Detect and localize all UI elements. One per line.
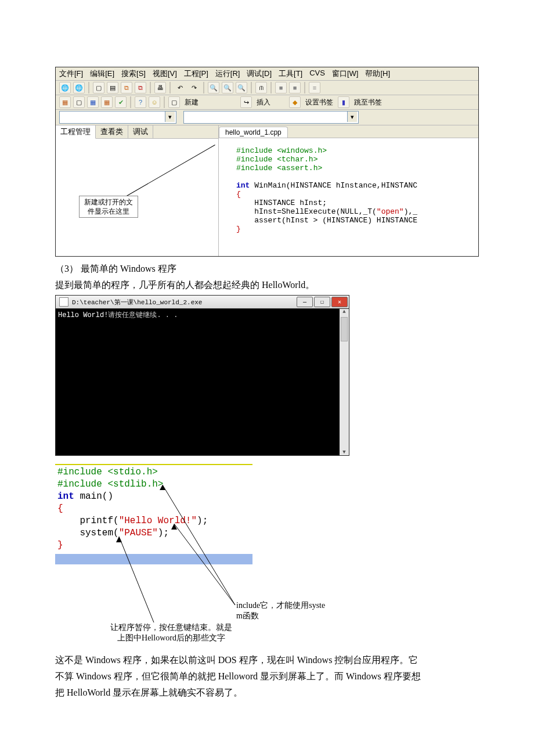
menu-edit[interactable]: 编辑[E] [90,69,114,79]
code2-selection-bar [55,554,252,564]
globe-icon[interactable]: 🌐 [59,82,71,93]
open-file-icon[interactable]: ▤ [107,82,118,93]
separator [169,82,171,93]
code2-body: #include <stdio.h> #include <stdlib.h> i… [55,465,252,553]
console-body: Hello World!请按任意键继续. . . [56,309,349,455]
console-app-icon [59,297,68,307]
grid-icon[interactable]: ▦ [59,96,71,108]
menu-project[interactable]: 工程[P] [184,69,208,79]
annotation-right-l2: m函数 [236,611,352,621]
document-page: 文件[F] 编辑[E] 搜索[S] 视图[V] 工程[P] 运行[R] 调试[D… [0,0,534,737]
menu-view[interactable]: 视图[V] [153,69,177,79]
maximize-button[interactable]: ☐ [314,297,330,307]
editor-tabs: hello_world_1.cpp [219,125,478,138]
combo-row [56,110,478,125]
window-icon[interactable]: ▢ [73,96,85,108]
code-snippet-2: #include <stdio.h> #include <stdlib.h> i… [55,464,252,564]
new-label: 新建 [182,98,201,107]
code-line: #include <windows.h> [236,146,327,155]
menu-tools[interactable]: 工具[T] [279,69,302,79]
ide-window: 文件[F] 编辑[E] 搜索[S] 视图[V] 工程[P] 运行[R] 调试[D… [55,67,479,257]
insert-icon[interactable]: ↪ [240,96,252,108]
code-line: { [236,190,241,199]
grid2-icon[interactable]: ▦ [101,96,113,108]
code-line: } [57,540,63,550]
side-tab-project[interactable]: 工程管理 [56,125,96,139]
side-tabs: 工程管理 查看类 调试 [56,125,218,139]
menu-cvs[interactable]: CVS [309,69,325,79]
code-line: HINSTANCE hInst; [236,199,327,207]
minimize-button[interactable]: — [297,297,313,307]
separator [88,82,89,93]
new-file-icon[interactable]: ▢ [93,82,104,93]
code-line: { [57,503,63,514]
code-line: assert(hInst > (HINSTANCE) HINSTANCE [236,216,417,225]
combo-left[interactable] [59,111,176,124]
console-window: D:\teacher\第一课\hello_world_2.exe — ☐ ✕ H… [55,295,349,456]
annotation-canvas: include它，才能使用syste m函数 让程序暂停，按任意键结束。就是 上… [55,564,403,640]
help-icon[interactable]: ? [135,96,146,108]
annotation-right-l1: include它，才能使用syste [236,600,352,611]
undo-icon[interactable]: ↶ [174,82,186,93]
paste-icon[interactable]: ⧉ [135,82,146,93]
code-line: printf("Hello World!"); [57,516,208,526]
stop-icon[interactable]: ■ [275,82,287,93]
editor-tab-hello1[interactable]: hello_world_1.cpp [219,127,288,138]
tile-icon[interactable]: ▦ [87,96,99,108]
set-bookmark-label: 设置书签 [303,98,335,107]
goto-bookmark-label: 跳至书签 [352,98,384,107]
copy-icon[interactable]: ⧉ [121,82,132,93]
combo-right[interactable] [183,111,359,124]
menu-run[interactable]: 运行[R] [215,69,240,79]
code-line: #include <tchar.h> [236,155,317,164]
console-scrollbar[interactable] [340,309,349,455]
separator [164,96,165,108]
zoom-out-icon[interactable]: 🔍 [222,82,233,93]
console-titlebar: D:\teacher\第一课\hello_world_2.exe — ☐ ✕ [56,296,349,309]
menu-search[interactable]: 搜索[S] [121,69,146,79]
paragraph-1: 提到最简单的程序，几乎所有的人都会想起经典的 HelloWorld。 [55,279,479,291]
code-line: int WinMain(HINSTANCE hInstance,HINSTANC [236,181,417,190]
redo-icon[interactable]: ↷ [188,82,200,93]
code-editor[interactable]: #include <windows.h> #include <tchar.h> … [219,138,478,256]
face-icon[interactable]: ☺ [149,96,160,108]
code-line: #include <assert.h> [236,164,322,172]
set-bookmark-icon[interactable]: ◆ [289,96,301,108]
code-line: system("PAUSE"); [57,528,169,538]
side-tab-classview[interactable]: 查看类 [96,125,128,138]
new-page-icon[interactable]: ▢ [168,96,180,108]
zoom-in-icon[interactable]: 🔍 [208,82,219,93]
separator [203,82,204,93]
annotation-right: include它，才能使用syste m函数 [236,600,352,621]
code-line: hInst=ShellExecute(NULL,_T("open"),_ [236,207,417,216]
side-tab-debug[interactable]: 调试 [128,125,153,138]
ide-right-pane: hello_world_1.cpp #include <windows.h> #… [219,125,478,256]
menu-file[interactable]: 文件[F] [59,69,83,79]
separator [304,82,305,93]
console-scroll-thumb[interactable] [341,317,348,341]
menu-window[interactable]: 窗口[W] [332,69,359,79]
code-line: int main() [57,491,113,502]
check-icon[interactable]: ✔ [115,96,127,108]
annotation-bottom-l1: 让程序暂停，按任意键结束。就是 [96,622,247,633]
close-button[interactable]: ✕ [331,297,348,307]
menu-debug[interactable]: 调试[D] [247,69,272,79]
stop2-icon[interactable]: ■ [289,82,301,93]
side-canvas: 新建或打开的文 件显示在这里 [56,139,218,256]
menu-help[interactable]: 帮助[H] [365,69,390,79]
globe2-icon[interactable]: 🌐 [73,82,85,93]
toolbar-row-2: ▦ ▢ ▦ ▦ ✔ ? ☺ ▢ 新建 ↪ 插入 ◆ 设置书签 ▮ 跳至书签 [56,95,478,110]
zoom-reset-icon[interactable]: 🔍 [236,82,247,93]
callout-text-2: 件显示在这里 [84,207,133,216]
paragraph-2b: 不算 Windows 程序，但它很简单的就把 Helloword 显示到屏幕上了… [55,670,479,683]
separator [270,82,272,93]
paragraph-2c: 把 HelloWorld 显示在屏幕上就确实不容易了。 [55,686,479,699]
code-line: } [236,225,241,233]
menu-bar: 文件[F] 编辑[E] 搜索[S] 视图[V] 工程[P] 运行[R] 调试[D… [56,67,478,81]
console-output-1: Hello World! [58,311,108,319]
print-icon[interactable]: 🖶 [154,82,166,93]
split-icon[interactable]: ⫙ [255,82,267,93]
goto-bookmark-icon[interactable]: ▮ [338,96,349,108]
collapse-icon[interactable]: ≡ [309,82,320,93]
annotation-bottom: 让程序暂停，按任意键结束。就是 上图中Helloword后的那些文字 [96,622,247,643]
